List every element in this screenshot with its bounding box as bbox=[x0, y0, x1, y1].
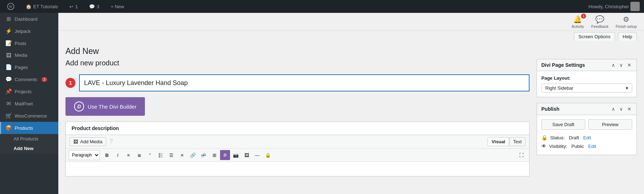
publish-panel-buttons: ∧ ∨ ✕ bbox=[611, 106, 632, 112]
blockquote-button[interactable]: " bbox=[145, 150, 155, 160]
add-media-label: Add Media bbox=[80, 139, 102, 144]
activity-button[interactable]: 🔔 1 Activity bbox=[572, 15, 584, 29]
revisions-item[interactable]: ↩ 1 bbox=[67, 0, 80, 13]
product-title-input[interactable] bbox=[79, 74, 530, 91]
insert-media-toolbar-button[interactable]: 📷 bbox=[231, 150, 241, 160]
divi-builder-button[interactable]: D Use The Divi Builder bbox=[65, 97, 145, 116]
new-label: + New bbox=[111, 4, 124, 9]
page-layout-select[interactable]: Right Sidebar ▾ bbox=[541, 84, 632, 93]
unordered-list-button[interactable]: ≡ bbox=[123, 150, 133, 160]
fullscreen-button[interactable]: ⛶ bbox=[516, 150, 526, 160]
pages-icon: 📄 bbox=[5, 64, 12, 70]
wp-logo-icon: W bbox=[7, 3, 14, 10]
publish-panel-up[interactable]: ∧ bbox=[611, 106, 616, 112]
dashboard-icon: ⊞ bbox=[5, 16, 12, 22]
hr-toolbar-button[interactable]: — bbox=[252, 150, 262, 160]
site-name-item[interactable]: 🏠 ET Tutorials bbox=[23, 0, 61, 13]
sidebar-label-mailpoet: MailPoet bbox=[15, 101, 33, 106]
top-action-bar: 🔔 1 Activity 💬 Feedback ⚙ Finish setup bbox=[58, 13, 644, 31]
product-description-panel: Product description 🖼 Add Media ? Visual… bbox=[65, 121, 530, 176]
sidebar-label-pages: Pages bbox=[15, 65, 28, 70]
sidebar-item-jetpack[interactable]: ⚡ Jetpack bbox=[0, 25, 58, 37]
activity-icon: 🔔 1 bbox=[573, 15, 582, 24]
divi-settings-header: Divi Page Settings ∧ ∨ ✕ bbox=[537, 59, 636, 71]
avatar[interactable] bbox=[630, 2, 640, 11]
panel-toolbar: 🖼 Add Media ? Visual Text bbox=[66, 135, 529, 149]
gallery-toolbar-button[interactable]: 🖼 bbox=[241, 150, 252, 160]
feedback-button[interactable]: 💬 Feedback bbox=[591, 15, 608, 29]
sidebar-item-woocommerce[interactable]: 🛒 WooCommerce bbox=[0, 110, 58, 122]
sidebar-item-comments[interactable]: 💬 Comments 3 bbox=[0, 73, 58, 85]
visual-tab[interactable]: Visual bbox=[488, 137, 509, 146]
link-button[interactable]: 🔗 bbox=[188, 150, 198, 160]
align-left-button[interactable]: ⬱ bbox=[156, 150, 166, 160]
wp-logo-item[interactable]: W bbox=[4, 0, 17, 13]
status-edit-link[interactable]: Edit bbox=[583, 135, 591, 140]
revision-icon: ↩ bbox=[69, 4, 73, 9]
sidebar-item-dashboard[interactable]: ⊞ Dashboard bbox=[0, 13, 58, 25]
preview-button[interactable]: Preview bbox=[588, 119, 632, 130]
add-media-button[interactable]: 🖼 Add Media bbox=[69, 137, 106, 146]
products-icon: 📦 bbox=[5, 125, 12, 131]
sidebar-label-projects: Projects bbox=[15, 89, 31, 94]
publish-title: Publish bbox=[541, 106, 560, 112]
dropdown-chevron-icon: ▾ bbox=[626, 85, 628, 91]
align-center-button[interactable]: ☰ bbox=[166, 150, 176, 160]
content-area: 🔔 1 Activity 💬 Feedback ⚙ Finish setup S… bbox=[58, 13, 644, 194]
italic-button[interactable]: I bbox=[113, 150, 123, 160]
sidebar-item-posts[interactable]: 📝 Posts bbox=[0, 37, 58, 49]
main-layout: ⊞ Dashboard ⚡ Jetpack 📝 Posts 🖼 Media 📄 … bbox=[0, 13, 644, 194]
editor-area[interactable] bbox=[66, 162, 529, 176]
comments-bubble-icon: 💬 bbox=[5, 76, 12, 83]
publish-panel-down[interactable]: ∨ bbox=[619, 106, 624, 112]
sidebar-item-products[interactable]: 📦 Products bbox=[0, 122, 58, 134]
bold-button[interactable]: B bbox=[102, 150, 112, 160]
align-right-button[interactable]: ≡ bbox=[177, 150, 187, 160]
panel-down-button[interactable]: ∨ bbox=[619, 62, 624, 68]
visibility-edit-link[interactable]: Edit bbox=[588, 144, 596, 149]
sidebar-item-projects[interactable]: 📌 Projects bbox=[0, 85, 58, 98]
step-badge: 1 bbox=[65, 78, 75, 88]
paragraph-select[interactable]: Paragraph Heading 1 Heading 2 bbox=[69, 150, 100, 160]
right-sidebar: Divi Page Settings ∧ ∨ ✕ Page Layout: Ri… bbox=[537, 59, 637, 187]
text-tab[interactable]: Text bbox=[509, 137, 526, 146]
status-row: 🔒 Status: Draft Edit bbox=[541, 133, 632, 142]
activity-label: Activity bbox=[572, 24, 584, 29]
comments-item[interactable]: 💬 3 bbox=[86, 0, 102, 13]
insert-table-button[interactable]: ⊞ bbox=[209, 150, 219, 160]
publish-body: Save Draft Preview 🔒 Status: Draft Edit bbox=[537, 115, 636, 155]
unlink-button[interactable]: 🔗 bbox=[199, 150, 209, 160]
lock-toolbar-button[interactable]: 🔒 bbox=[263, 150, 273, 160]
publish-panel-close[interactable]: ✕ bbox=[626, 106, 632, 112]
sidebar-item-pages[interactable]: 📄 Pages bbox=[0, 61, 58, 73]
save-draft-button[interactable]: Save Draft bbox=[541, 119, 585, 130]
sidebar-label-woocommerce: WooCommerce bbox=[15, 113, 47, 119]
sidebar-sub-all-products[interactable]: All Products bbox=[0, 134, 58, 144]
screen-options-button[interactable]: Screen Options bbox=[574, 32, 615, 41]
sidebar-label-comments: Comments bbox=[15, 77, 37, 82]
sidebar-sub-add-new[interactable]: Add New bbox=[0, 144, 58, 153]
sidebar-item-mailpoet[interactable]: ✉ MailPoet bbox=[0, 98, 58, 110]
divi-settings-panel: Divi Page Settings ∧ ∨ ✕ Page Layout: Ri… bbox=[537, 59, 637, 97]
ordered-list-button[interactable]: ≣ bbox=[134, 150, 144, 160]
comments-icon: 💬 bbox=[89, 4, 95, 9]
projects-icon: 📌 bbox=[5, 88, 12, 95]
howdy-text: Howdy, Christopher bbox=[589, 4, 629, 9]
visibility-value: Public bbox=[571, 144, 584, 149]
sidebar-item-media[interactable]: 🖼 Media bbox=[0, 49, 58, 61]
finish-setup-button[interactable]: ⚙ Finish setup bbox=[616, 15, 637, 29]
divi-settings-title: Divi Page Settings bbox=[541, 62, 585, 68]
finish-setup-icon: ⚙ bbox=[623, 15, 629, 24]
panel-up-button[interactable]: ∧ bbox=[611, 62, 616, 68]
jetpack-icon: ⚡ bbox=[5, 28, 12, 34]
divi-toolbar-button[interactable]: D bbox=[220, 150, 230, 160]
publish-header: Publish ∧ ∨ ✕ bbox=[537, 103, 636, 115]
visibility-row: 👁 Visibility: Public Edit bbox=[541, 142, 632, 150]
publish-action-row: Save Draft Preview bbox=[541, 119, 632, 130]
woocommerce-icon: 🛒 bbox=[5, 113, 12, 119]
help-button[interactable]: Help bbox=[618, 32, 637, 41]
panel-close-button[interactable]: ✕ bbox=[626, 62, 632, 68]
new-item[interactable]: + New bbox=[108, 0, 127, 13]
visibility-icon: 👁 bbox=[541, 143, 546, 149]
editor-toolbar: Paragraph Heading 1 Heading 2 B I ≡ ≣ " … bbox=[66, 149, 529, 162]
